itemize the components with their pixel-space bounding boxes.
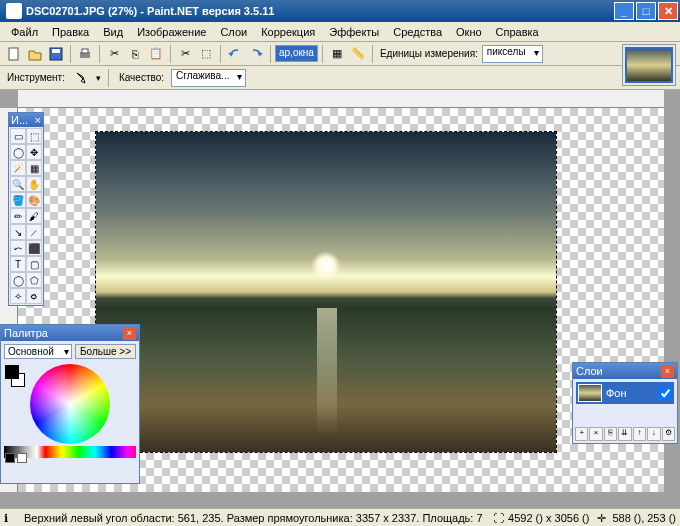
tool-19[interactable]: ⬠ [26,272,42,288]
status-text: Верхний левый угол области: 561, 235. Ра… [24,512,485,524]
tool-12[interactable]: ↘ [10,224,26,240]
main-toolbar: ✂ ⎘ 📋 ✂ ⬚ ар,окна ▦ 📏 Единицы измерения:… [0,42,680,66]
tool-1[interactable]: ⬚ [26,128,42,144]
menu-эффекты[interactable]: Эффекты [322,24,386,40]
close-button[interactable]: ✕ [658,2,678,20]
more-button[interactable]: Больше >> [75,344,136,359]
tool-17[interactable]: ▢ [26,256,42,272]
copy-button[interactable]: ⎘ [125,44,145,64]
quality-select[interactable]: Сглажива... [171,69,246,87]
current-tool-icon[interactable] [72,68,92,88]
toolbox-title[interactable]: И...× [9,113,43,127]
dimensions-icon: ⛶ [493,512,505,524]
palette-title[interactable]: Палитра × [1,325,139,341]
ruler-button[interactable]: 📏 [348,44,368,64]
tool-16[interactable]: T [10,256,26,272]
merge-layer-button[interactable]: ⇊ [618,427,631,441]
app-icon [6,3,22,19]
document-thumbnail[interactable] [625,47,673,83]
menu-вид[interactable]: Вид [96,24,130,40]
deselect-button[interactable]: ⬚ [196,44,216,64]
add-layer-button[interactable]: + [575,427,588,441]
ruler-horizontal [18,90,664,108]
color-mode-select[interactable]: Основной [4,344,72,359]
status-cursor: 588 (), 253 () [612,512,676,524]
white-swatch[interactable] [17,453,27,463]
canvas-image[interactable] [96,132,556,452]
tool-7[interactable]: ✋ [26,176,42,192]
layer-visible-checkbox[interactable] [659,387,672,400]
duplicate-layer-button[interactable]: ⎘ [604,427,617,441]
layers-title[interactable]: Слои × [573,363,677,379]
menu-слои[interactable]: Слои [213,24,254,40]
info-icon: ℹ [4,512,16,524]
svg-rect-2 [52,49,60,53]
menu-коррекция[interactable]: Коррекция [254,24,322,40]
minimize-button[interactable]: _ [614,2,634,20]
print-button[interactable] [75,44,95,64]
crop-button[interactable]: ✂ [175,44,195,64]
open-button[interactable] [25,44,45,64]
tool-15[interactable]: ⬛ [26,240,42,256]
tool-options-bar: Инструмент: ▾ Качество: Сглажива... [0,66,680,90]
black-swatch[interactable] [5,453,15,463]
menu-файл[interactable]: Файл [4,24,45,40]
fg-bg-swatches[interactable] [5,365,27,381]
menu-средства[interactable]: Средства [386,24,449,40]
tool-8[interactable]: 🪣 [10,192,26,208]
close-icon[interactable]: × [123,327,136,340]
tool-4[interactable]: 🪄 [10,160,26,176]
tool-2[interactable]: ◯ [10,144,26,160]
foreground-swatch[interactable] [5,365,19,379]
new-button[interactable] [4,44,24,64]
tool-14[interactable]: ⤺ [10,240,26,256]
layer-props-button[interactable]: ⚙ [662,427,675,441]
tool-10[interactable]: ✏ [10,208,26,224]
window-titlebar: DSC02701.JPG (27%) - Paint.NET версия 3.… [0,0,680,22]
undo-button[interactable] [225,44,245,64]
color-wheel[interactable] [30,364,110,444]
menu-изображение[interactable]: Изображение [130,24,213,40]
tool-label: Инструмент: [4,72,68,83]
cursor-icon: ✛ [597,512,609,524]
close-icon[interactable]: × [35,114,41,126]
maximize-button[interactable]: □ [636,2,656,20]
tool-6[interactable]: 🔍 [10,176,26,192]
menu-правка[interactable]: Правка [45,24,96,40]
save-button[interactable] [46,44,66,64]
status-dimensions: 4592 () x 3056 () [508,512,589,524]
menubar: ФайлПравкаВидИзображениеСлоиКоррекцияЭфф… [0,22,680,42]
reflection-highlight [317,308,337,436]
grid-button[interactable]: ▦ [327,44,347,64]
menu-окно[interactable]: Окно [449,24,489,40]
tool-11[interactable]: 🖌 [26,208,42,224]
layers-panel[interactable]: Слои × Фон + × ⎘ ⇊ ↑ ↓ ⚙ [572,362,678,444]
redo-button[interactable] [246,44,266,64]
tool-13[interactable]: ⟋ [26,224,42,240]
svg-rect-0 [9,48,18,60]
window-title: DSC02701.JPG (27%) - Paint.NET версия 3.… [26,5,614,17]
tool-0[interactable]: ▭ [10,128,26,144]
close-icon[interactable]: × [661,365,674,378]
delete-layer-button[interactable]: × [589,427,602,441]
units-label: Единицы измерения: [377,48,481,59]
tool-20[interactable]: ✧ [10,288,26,304]
tool-3[interactable]: ✥ [26,144,42,160]
layer-down-button[interactable]: ↓ [647,427,660,441]
layer-item[interactable]: Фон [576,382,674,404]
layer-up-button[interactable]: ↑ [633,427,646,441]
tool-9[interactable]: 🎨 [26,192,42,208]
svg-rect-4 [82,49,88,53]
tool-21[interactable]: ⭘ [26,288,42,304]
statusbar: ℹ Верхний левый угол области: 561, 235. … [0,508,680,526]
menu-справка[interactable]: Справка [489,24,546,40]
paste-button[interactable]: 📋 [146,44,166,64]
units-select[interactable]: пикселы [482,45,543,63]
cut-button[interactable]: ✂ [104,44,124,64]
quality-label: Качество: [116,72,167,83]
zoom-fit-select[interactable]: ар,окна [275,45,318,62]
tool-5[interactable]: ▦ [26,160,42,176]
palette-panel[interactable]: Палитра × Основной Больше >> [0,324,140,484]
tool-18[interactable]: ◯ [10,272,26,288]
toolbox-panel[interactable]: И...× ▭⬚◯✥🪄▦🔍✋🪣🎨✏🖌↘⟋⤺⬛T▢◯⬠✧⭘ [8,112,44,306]
